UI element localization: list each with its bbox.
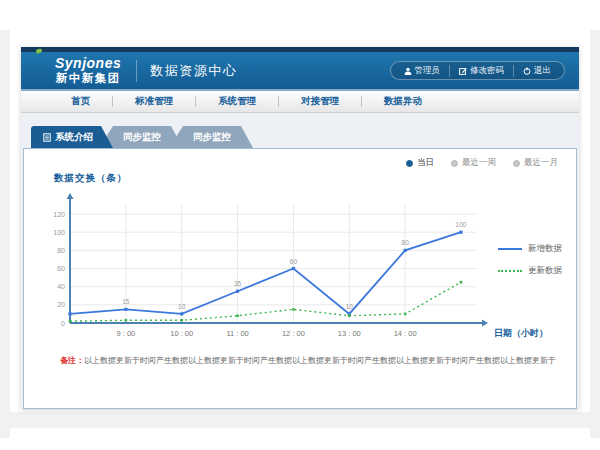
legend-item-new-data: 新增数据 [498,243,562,255]
change-password-label: 修改密码 [470,65,504,77]
nav-item-standard-mgmt[interactable]: 标准管理 [113,95,195,108]
user-menu: 管理员 修改密码 退出 [390,61,566,80]
filter-radio [406,160,413,167]
tab-bar: 系统介绍 同步监控 同步监控 [31,126,577,148]
tab-label: 系统介绍 [55,126,93,148]
filter-last-week[interactable]: 最近一周 [451,157,496,169]
tab-label: 同步监控 [123,126,161,148]
header-divider [136,60,137,82]
logout-button[interactable]: 退出 [513,65,560,77]
svg-text:80: 80 [57,247,65,254]
svg-text:12 : 00: 12 : 00 [282,329,305,338]
brand-logo: Synjones 新中新集团 [55,56,121,85]
nav-item-system-mgmt[interactable]: 系统管理 [196,95,278,108]
footnote: 备注：以上数据更新于时间产生数据以上数据更新于时间产生数据以上数据更新于时间产生… [60,355,556,366]
chart-panel: 当日 最近一周 最近一月 数据交换（条） 0204060801001209 : … [23,148,577,409]
svg-text:10: 10 [178,303,186,310]
range-filters: 当日 最近一周 最近一月 [406,157,558,169]
filter-today[interactable]: 当日 [406,157,434,169]
header: Synjones 新中新集团 数据资源中心 管理员 修改密码 退出 [21,52,579,89]
svg-text:60: 60 [290,258,298,265]
solid-line-swatch [498,248,522,250]
nav-item-data-change[interactable]: 数据异动 [362,95,444,108]
main-nav: 首页 标准管理 系统管理 对接管理 数据异动 [21,89,579,113]
filter-radio [513,160,520,167]
tab-sync-monitor-1[interactable]: 同步监控 [99,126,183,148]
svg-text:10: 10 [346,303,354,310]
admin-user-button[interactable]: 管理员 [395,65,450,77]
svg-text:35: 35 [234,280,242,287]
svg-text:日期（小时）: 日期（小时） [494,328,548,338]
tab-label: 同步监控 [193,126,231,148]
svg-text:20: 20 [57,301,65,308]
page-edge-left [0,30,10,438]
user-icon [404,67,412,75]
edit-icon [459,67,467,75]
filter-label: 最近一月 [524,157,558,169]
filter-radio [451,160,458,167]
document-icon [43,133,51,142]
leaf-icon [36,48,43,53]
change-password-button[interactable]: 修改密码 [449,65,513,77]
svg-text:14 : 00: 14 : 00 [394,329,417,338]
legend-item-update-data: 更新数据 [498,265,562,277]
svg-text:9 : 00: 9 : 00 [116,329,135,338]
line-chart: 0204060801001209 : 0010 : 0011 : 0012 : … [36,191,570,351]
tab-sync-monitor-2[interactable]: 同步监控 [169,126,253,148]
chart-container: 0204060801001209 : 0010 : 0011 : 0012 : … [36,191,570,351]
page-edge-right [590,30,600,438]
logout-label: 退出 [534,65,551,77]
svg-text:120: 120 [53,211,65,218]
footnote-text: 以上数据更新于时间产生数据以上数据更新于时间产生数据以上数据更新于时间产生数据以… [84,356,556,365]
admin-user-label: 管理员 [415,65,441,77]
filter-label: 最近一周 [462,157,496,169]
svg-text:15: 15 [122,298,130,305]
screen: Synjones 新中新集团 数据资源中心 管理员 修改密码 退出 [0,0,600,450]
svg-text:0: 0 [61,320,65,327]
app-window: Synjones 新中新集团 数据资源中心 管理员 修改密码 退出 [21,47,579,409]
nav-item-home[interactable]: 首页 [49,95,112,108]
page-title: 数据资源中心 [150,62,237,80]
dotted-line-swatch [498,270,522,272]
svg-text:80: 80 [402,239,410,246]
svg-text:60: 60 [57,265,65,272]
svg-text:40: 40 [57,283,65,290]
filter-last-month[interactable]: 最近一月 [513,157,558,169]
y-axis-title: 数据交换（条） [54,172,128,185]
legend-label: 更新数据 [528,265,562,277]
logo-subtext: 新中新集团 [56,73,121,85]
chart-legend: 新增数据 更新数据 [498,243,562,277]
svg-text:100: 100 [456,221,467,228]
footnote-prefix: 备注： [60,356,84,365]
svg-text:10 : 00: 10 : 00 [170,329,193,338]
filter-label: 当日 [417,157,434,169]
nav-item-integration-mgmt[interactable]: 对接管理 [279,95,361,108]
content-area: 系统介绍 同步监控 同步监控 当日 最近一周 [21,113,579,409]
logo-text: Synjones [55,56,121,70]
legend-label: 新增数据 [528,243,562,255]
page-edge-bottom [10,412,590,428]
power-icon [523,67,531,75]
svg-text:100: 100 [53,229,65,236]
svg-text:13 : 00: 13 : 00 [338,329,361,338]
svg-text:11 : 00: 11 : 00 [226,329,248,338]
tab-system-intro[interactable]: 系统介绍 [31,126,113,148]
